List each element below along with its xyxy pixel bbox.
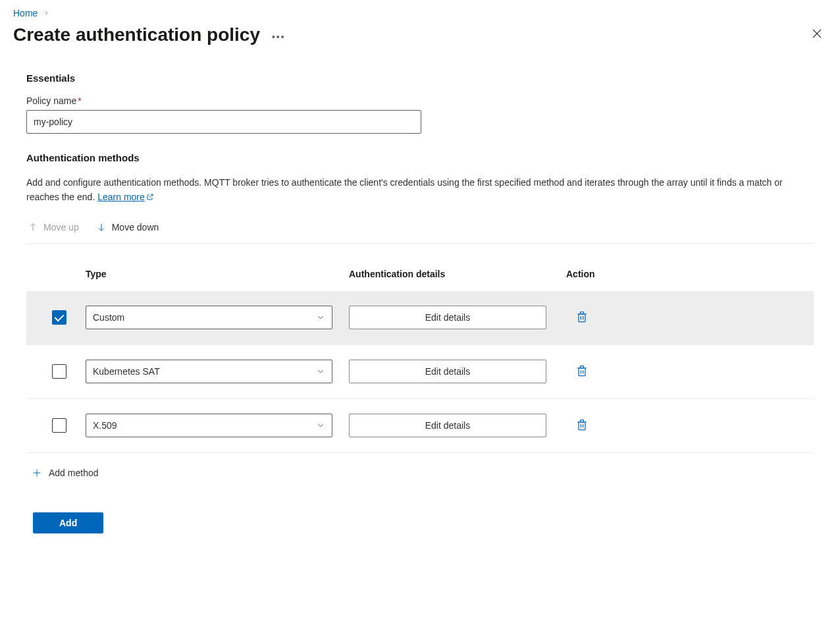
table-row: Kubernetes SAT Edit details [26, 345, 814, 399]
chevron-down-icon [316, 421, 325, 430]
essentials-heading: Essentials [26, 72, 814, 84]
close-button[interactable] [807, 24, 827, 46]
table-header: Type Authentication details Action [26, 263, 814, 291]
policy-name-input[interactable] [26, 110, 421, 134]
edit-details-button[interactable]: Edit details [349, 360, 546, 383]
delete-button[interactable] [573, 362, 591, 382]
table-row: X.509 Edit details [26, 399, 814, 453]
delete-button[interactable] [573, 416, 591, 436]
reorder-toolbar: Move up Move down [26, 219, 814, 244]
auth-methods-heading: Authentication methods [26, 152, 814, 163]
breadcrumb-home[interactable]: Home [13, 8, 38, 18]
move-up-button: Move up [26, 219, 80, 235]
col-type: Type [86, 269, 349, 279]
col-action: Action [566, 269, 718, 279]
learn-more-link[interactable]: Learn more [97, 192, 154, 202]
breadcrumb: Home [0, 0, 840, 21]
row-checkbox[interactable] [52, 310, 66, 325]
add-submit-button[interactable]: Add [33, 512, 103, 533]
type-select[interactable]: X.509 [86, 414, 332, 437]
arrow-down-icon [96, 222, 107, 232]
auth-methods-description: Add and configure authentication methods… [26, 175, 810, 205]
row-checkbox[interactable] [52, 364, 66, 379]
chevron-down-icon [316, 367, 325, 376]
table-row: Custom Edit details [26, 291, 814, 345]
arrow-up-icon [28, 222, 38, 232]
trash-icon [575, 418, 589, 431]
trash-icon [575, 310, 589, 323]
row-checkbox[interactable] [52, 418, 66, 433]
required-star-icon: * [78, 95, 81, 106]
chevron-right-icon [43, 8, 50, 18]
chevron-down-icon [316, 313, 325, 322]
move-down-button[interactable]: Move down [95, 219, 161, 235]
add-method-button[interactable]: Add method [26, 465, 104, 481]
trash-icon [575, 364, 589, 377]
plus-icon [32, 468, 42, 478]
page-header: Create authentication policy ••• [0, 21, 840, 46]
col-details: Authentication details [349, 269, 566, 279]
type-select[interactable]: Kubernetes SAT [86, 360, 332, 383]
auth-methods-table: Type Authentication details Action Custo… [26, 263, 814, 453]
footer: Add [26, 512, 814, 533]
type-select[interactable]: Custom [86, 306, 332, 329]
policy-name-label: Policy name* [26, 95, 814, 106]
edit-details-button[interactable]: Edit details [349, 306, 546, 329]
edit-details-button[interactable]: Edit details [349, 414, 546, 437]
delete-button[interactable] [573, 308, 591, 328]
page-title: Create authentication policy [13, 24, 260, 45]
more-actions-icon[interactable]: ••• [272, 28, 286, 42]
